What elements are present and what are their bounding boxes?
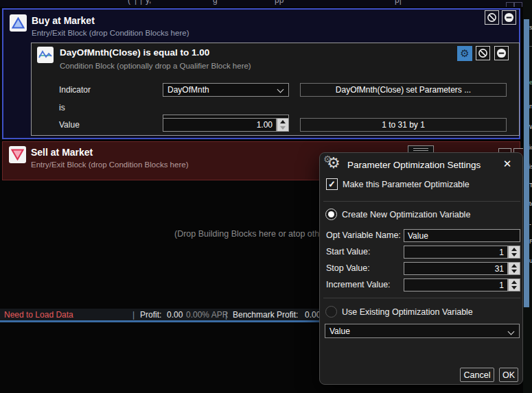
- clipped-text-fragment: te: [529, 200, 532, 207]
- clipped-text-fragment: pp: [275, 0, 284, 5]
- clipped-text-fragment: -: [529, 221, 531, 228]
- buy-block-title: Buy at Market: [32, 15, 95, 26]
- gears-icon: ⚙⚙: [327, 156, 340, 171]
- spinner-up-icon[interactable]: [509, 263, 520, 269]
- prohibition-icon: [478, 48, 488, 58]
- sell-block-title: Sell at Market: [31, 147, 93, 158]
- chevron-down-icon: [277, 86, 284, 93]
- spinner-down-icon[interactable]: [277, 125, 288, 131]
- use-existing-variable-label: Use Existing Optimization Variable: [342, 307, 473, 317]
- profit-apr: 0.00% APR: [186, 310, 228, 320]
- clipped-text-fragment: T: [529, 182, 532, 189]
- value-label: Value: [59, 120, 80, 130]
- status-separator: |: [132, 310, 135, 320]
- clipped-text-fragment: g: [213, 0, 218, 5]
- indicator-select[interactable]: DayOfMnth: [163, 83, 289, 97]
- check-icon: ✓: [328, 179, 336, 189]
- strategy-builder-screen: ( | | y, g pp p| Buy at Market Entry/Exi…: [0, 0, 532, 393]
- chevron-down-icon: [508, 329, 515, 335]
- value-spinner[interactable]: [277, 118, 289, 132]
- remove-block-button[interactable]: [502, 10, 516, 25]
- opt-variable-name-label: Opt Variable Name:: [326, 230, 401, 240]
- indicator-select-value: DayOfMnth: [167, 85, 209, 95]
- spinner-up-icon[interactable]: [509, 246, 520, 252]
- optimize-settings-button[interactable]: ⚙: [457, 46, 472, 61]
- stop-value-input[interactable]: 31: [404, 262, 508, 275]
- dialog-title: Parameter Optimization Settings: [347, 160, 481, 170]
- existing-variable-value: Value: [329, 326, 350, 336]
- benchmark-profit-label: Benchmark Profit:: [233, 310, 298, 320]
- status-separator: |: [225, 310, 227, 320]
- create-new-variable-radio[interactable]: [325, 209, 337, 220]
- parameter-optimization-dialog: ⚙⚙ Parameter Optimization Settings ✕ ✓ M…: [319, 152, 523, 385]
- indicator-chart-icon: [37, 47, 54, 63]
- remove-block-button[interactable]: [494, 46, 509, 60]
- minus-circle-icon: [504, 12, 514, 23]
- cancel-button[interactable]: Cancel: [460, 368, 494, 382]
- spinner-up-icon[interactable]: [509, 279, 520, 285]
- clipped-text-fragment: R: [529, 238, 532, 245]
- clipped-text-fragment: is: [529, 163, 532, 170]
- is-label: is: [59, 103, 65, 112]
- clipped-text-fragment: |: [140, 0, 142, 5]
- set-parameters-button[interactable]: DayOfMnth(Close) set Parameters ...: [300, 83, 507, 97]
- buy-triangle-icon: [10, 14, 27, 32]
- sell-triangle-icon: [9, 146, 26, 163]
- clipped-button-top: [514, 2, 522, 7]
- disable-block-button[interactable]: [485, 10, 499, 25]
- disable-block-button[interactable]: [476, 46, 490, 60]
- clipped-text-fragment: n: [529, 103, 532, 110]
- start-value-spinner[interactable]: [508, 246, 520, 259]
- condition-block-title: DayOfMnth(Close) is equal to 1.00: [60, 47, 209, 58]
- increment-value-spinner[interactable]: [508, 278, 520, 291]
- clipped-text-fragment: —: [529, 43, 532, 49]
- profit-label: Profit:: [140, 310, 161, 320]
- increment-value-input[interactable]: 1: [404, 278, 508, 291]
- opt-variable-name-input[interactable]: Value: [404, 229, 520, 242]
- need-load-data-status: Need to Load Data: [4, 310, 73, 320]
- make-optimizable-label: Make this Parameter Optimizable: [343, 180, 470, 189]
- increment-value-label: Increment Value:: [326, 280, 391, 289]
- clipped-text-fragment: (: [128, 0, 130, 5]
- spinner-down-icon[interactable]: [509, 269, 520, 275]
- clipped-text-fragment: y,: [146, 0, 151, 5]
- start-value-label: Start Value:: [326, 247, 370, 257]
- right-clipped-panel: s — ec n W io is T te - R u: [523, 0, 532, 393]
- indicator-label: Indicator: [59, 85, 91, 95]
- spinner-down-icon[interactable]: [509, 252, 520, 259]
- ok-button[interactable]: OK: [499, 368, 518, 382]
- stop-value-label: Stop Value:: [326, 263, 370, 273]
- clipped-text-fragment: ec: [529, 79, 532, 86]
- stop-value-spinner[interactable]: [508, 262, 520, 275]
- spinner-down-icon[interactable]: [509, 285, 520, 291]
- clipped-text-fragment: |: [135, 0, 137, 5]
- divider: [323, 298, 520, 298]
- clipped-button-top: [506, 2, 514, 7]
- make-optimizable-checkbox[interactable]: ✓: [326, 178, 338, 190]
- gear-icon: ⚙: [460, 47, 469, 60]
- start-value-input[interactable]: 1: [404, 246, 508, 259]
- clipped-text-fragment: W: [529, 123, 532, 130]
- create-new-variable-label: Create New Optimization Variable: [342, 210, 470, 219]
- value-input[interactable]: 1.00: [163, 118, 277, 132]
- top-clipped-text-strip: ( | | y, g pp p|: [0, 0, 532, 7]
- prohibition-icon: [487, 12, 497, 23]
- minus-circle-icon: [496, 48, 507, 58]
- spinner-up-icon[interactable]: [277, 119, 288, 125]
- clipped-text-fragment: s: [529, 24, 532, 31]
- existing-variable-select[interactable]: Value: [325, 324, 520, 338]
- use-existing-variable-radio[interactable]: [325, 306, 337, 318]
- buy-block-subtitle: Entry/Exit Block (drop Condition Blocks …: [32, 29, 189, 37]
- divider: [323, 201, 520, 202]
- condition-block[interactable]: DayOfMnth(Close) is equal to 1.00 Condit…: [31, 43, 520, 136]
- clipped-text-fragment: u: [529, 257, 532, 264]
- profit-value: 0.00: [167, 310, 183, 320]
- close-icon[interactable]: ✕: [500, 156, 515, 171]
- sell-block-subtitle: Entry/Exit Block (drop Condition Blocks …: [31, 160, 188, 169]
- vertical-scrollbar[interactable]: [524, 19, 529, 307]
- clipped-text-fragment: p|: [395, 0, 402, 5]
- clipped-text-fragment: io: [529, 144, 532, 151]
- range-button[interactable]: 1 to 31 by 1: [300, 118, 507, 132]
- condition-block-subtitle: Condition Block (optionally drop a Quali…: [60, 62, 251, 70]
